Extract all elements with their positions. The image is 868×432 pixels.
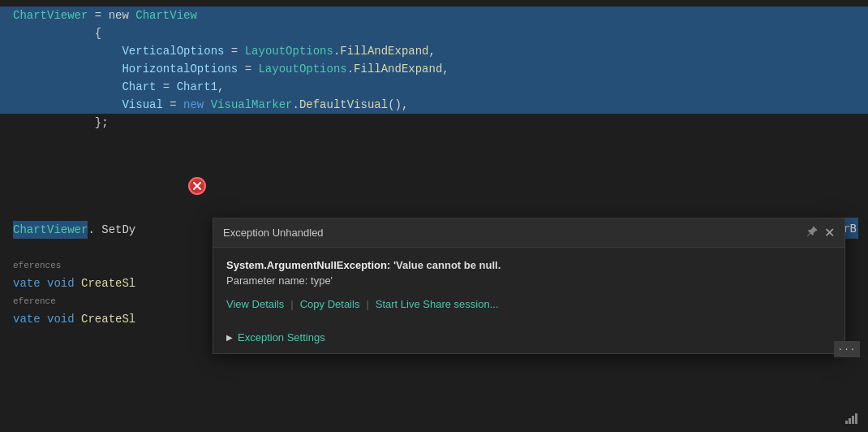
popup-title: Exception Unhandled	[223, 227, 324, 239]
popup-header: Exception Unhandled ✕	[213, 218, 844, 248]
popup-footer: ▶ Exception Settings	[213, 326, 844, 353]
close-button[interactable]: ✕	[824, 225, 835, 240]
view-details-link[interactable]: View Details	[226, 298, 284, 310]
popup-controls: ✕	[806, 225, 835, 240]
popup-links: View Details | Copy Details | Start Live…	[226, 298, 831, 310]
code-line: vate void CreateSl	[0, 310, 213, 328]
exception-type: System.ArgumentNullException: 'Value can…	[226, 259, 831, 271]
svg-rect-4	[852, 416, 854, 424]
param-name: Parameter name: type'	[226, 274, 831, 287]
expand-arrow-icon[interactable]: ▶	[226, 333, 233, 342]
error-icon[interactable]	[188, 177, 208, 197]
code-line: ChartViewer . SetDy	[0, 221, 213, 239]
svg-rect-3	[849, 418, 851, 424]
svg-rect-5	[855, 413, 857, 424]
ellipsis-button[interactable]: ···	[834, 341, 860, 357]
code-line: vate void CreateSl	[0, 274, 213, 292]
code-editor: ChartViewer = new ChartView { VerticalOp…	[0, 0, 868, 432]
code-line: eference	[0, 292, 213, 310]
code-area: ChartViewer = new ChartView { VerticalOp…	[0, 0, 868, 138]
signal-icon	[845, 413, 858, 427]
bottom-code-area: ChartViewer . SetDy eferences vate void …	[0, 218, 213, 432]
copy-details-link[interactable]: Copy Details	[300, 298, 360, 310]
pin-icon[interactable]	[806, 226, 818, 240]
svg-rect-2	[845, 421, 848, 424]
code-line: ChartViewer = new ChartView	[0, 6, 868, 24]
code-line: eferences	[0, 257, 213, 274]
code-line: VerticalOptions = LayoutOptions . FillAn…	[0, 42, 868, 60]
code-line: {	[0, 24, 868, 42]
code-line: HorizontalOptions = LayoutOptions . Fill…	[0, 60, 868, 78]
code-line: };	[0, 114, 868, 132]
popup-body: System.ArgumentNullException: 'Value can…	[213, 248, 844, 326]
exception-popup: Exception Unhandled ✕ System.ArgumentNul…	[213, 218, 845, 354]
code-line: Visual = new VisualMarker . DefaultVisua…	[0, 96, 868, 114]
exception-settings-link[interactable]: Exception Settings	[238, 331, 325, 343]
live-share-link[interactable]: Start Live Share session...	[376, 298, 499, 310]
error-circle	[188, 177, 206, 195]
code-line: Chart = Chart1 ,	[0, 78, 868, 96]
code-line	[0, 239, 213, 257]
